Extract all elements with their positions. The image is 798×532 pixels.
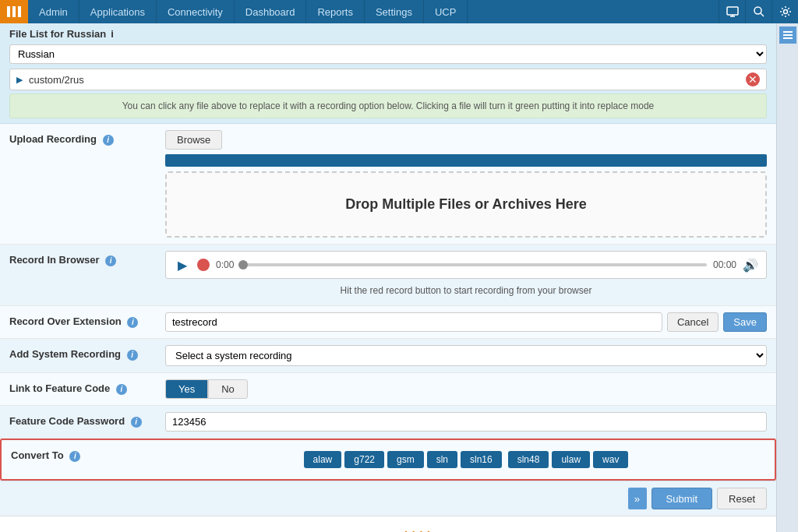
footer-logo: voxlink )))) xyxy=(0,527,776,532)
add-sys-control: Select a system recording xyxy=(165,345,767,366)
upload-recording-label: Upload Recording i xyxy=(9,130,165,146)
right-sidebar xyxy=(776,23,798,532)
codec-alaw[interactable]: alaw xyxy=(304,451,342,468)
codec-ulaw[interactable]: ulaw xyxy=(552,451,590,468)
flame-icon: )))) xyxy=(404,527,435,532)
content-area: File List for Russian i Russian ▶ custom… xyxy=(0,23,776,532)
file-list-help-icon[interactable]: i xyxy=(111,28,114,40)
search-icon-btn[interactable] xyxy=(745,0,772,23)
feature-password-row: Feature Code Password i xyxy=(0,406,776,439)
record-ext-help-icon[interactable]: i xyxy=(127,317,138,328)
upload-help-icon[interactable]: i xyxy=(103,135,114,146)
nav-tab-reports[interactable]: Reports xyxy=(306,0,365,23)
codec-wav[interactable]: wav xyxy=(593,451,628,468)
file-name-label: custom/2rus xyxy=(29,74,746,86)
submit-button[interactable]: Submit xyxy=(651,488,712,509)
record-extension-label: Record Over Extension i xyxy=(9,312,165,328)
add-sys-help-icon[interactable]: i xyxy=(127,350,138,361)
codec-sln48[interactable]: sln48 xyxy=(508,451,549,468)
time-start: 0:00 xyxy=(216,259,234,270)
record-extension-row: Record Over Extension i Cancel Save xyxy=(0,306,776,339)
convert-to-label: Convert To i xyxy=(11,446,167,462)
feature-password-control xyxy=(165,412,767,432)
nav-right-icons xyxy=(719,0,798,23)
codec-g722[interactable]: g722 xyxy=(344,451,384,468)
record-hint: Hit the red record button to start recor… xyxy=(165,282,767,299)
svg-point-8 xyxy=(783,10,787,14)
app-logo xyxy=(0,0,28,23)
bottom-actions: » Submit Reset xyxy=(0,481,776,516)
time-end: 00:00 xyxy=(713,259,736,270)
time-slider: 0:00 xyxy=(216,259,707,270)
feat-pass-help-icon[interactable]: i xyxy=(131,417,142,428)
record-browser-label: Record In Browser i xyxy=(9,251,165,266)
feature-password-input[interactable] xyxy=(165,412,767,432)
remove-file-btn[interactable]: ✕ xyxy=(746,72,760,86)
file-list-title: File List for Russian xyxy=(9,28,106,40)
save-button[interactable]: Save xyxy=(723,312,767,332)
svg-rect-0 xyxy=(7,6,10,17)
record-browser-control: ▶ 0:00 00:00 🔊 Hit the red record button… xyxy=(165,251,767,299)
screen-icon-btn[interactable] xyxy=(719,0,745,23)
link-feature-row: Link to Feature Code i Yes No xyxy=(0,373,776,406)
file-list-header: File List for Russian i xyxy=(9,28,767,40)
record-extension-input[interactable] xyxy=(165,312,662,332)
codec-gsm[interactable]: gsm xyxy=(387,451,424,468)
file-list-section: File List for Russian i Russian ▶ custom… xyxy=(0,23,776,124)
svg-rect-3 xyxy=(727,7,738,15)
volume-icon[interactable]: 🔊 xyxy=(743,258,758,273)
nav-tab-dashboard[interactable]: Dashboard xyxy=(235,0,307,23)
record-browser-help-icon[interactable]: i xyxy=(105,255,116,266)
nav-tab-admin[interactable]: Admin xyxy=(28,0,79,23)
nav-tab-ucp[interactable]: UCP xyxy=(424,0,468,23)
nav-tab-connectivity[interactable]: Connectivity xyxy=(157,0,235,23)
browse-button[interactable]: Browse xyxy=(165,130,222,150)
nav-tab-applications[interactable]: Applications xyxy=(79,0,157,23)
codec-sln16[interactable]: sln16 xyxy=(461,451,502,468)
slider-thumb[interactable] xyxy=(238,260,248,270)
svg-rect-11 xyxy=(783,37,793,39)
feature-password-label: Feature Code Password i xyxy=(9,412,165,428)
nav-tab-settings[interactable]: Settings xyxy=(365,0,424,23)
drop-zone[interactable]: Drop Multiple Files or Archives Here xyxy=(165,171,767,238)
svg-line-7 xyxy=(761,13,764,16)
main-wrapper: File List for Russian i Russian ▶ custom… xyxy=(0,23,798,532)
yes-no-group: Yes No xyxy=(165,379,767,399)
info-box: You can click any file above to replace … xyxy=(9,93,767,118)
add-system-recording-label: Add System Recording i xyxy=(9,345,165,361)
cancel-button[interactable]: Cancel xyxy=(667,312,719,332)
system-recording-select[interactable]: Select a system recording xyxy=(165,345,767,366)
upload-control-area: Browse Drop Multiple Files or Archives H… xyxy=(165,130,767,238)
language-select[interactable]: Russian xyxy=(9,44,767,64)
sidebar-toggle-btn[interactable] xyxy=(779,26,796,44)
link-feature-control: Yes No xyxy=(165,379,767,399)
svg-rect-1 xyxy=(12,6,16,17)
convert-help-icon[interactable]: i xyxy=(69,451,80,462)
codec-sln[interactable]: sln xyxy=(427,451,457,468)
link-feature-label: Link to Feature Code i xyxy=(9,379,165,395)
record-play-btn[interactable]: ▶ xyxy=(174,256,191,273)
lang-select-row: Russian xyxy=(9,44,767,64)
nav-tabs: Admin Applications Connectivity Dashboar… xyxy=(28,0,468,23)
record-extension-control: Cancel Save xyxy=(165,312,767,332)
record-browser-row: Record In Browser i ▶ 0:00 00:00 🔊 xyxy=(0,245,776,306)
play-icon[interactable]: ▶ xyxy=(16,75,23,85)
link-feature-help-icon[interactable]: i xyxy=(116,384,127,395)
yes-button[interactable]: Yes xyxy=(165,379,208,399)
codec-buttons: alaw g722 gsm sln sln16 sln48 ulaw wav xyxy=(167,446,765,473)
arrow-button[interactable]: » xyxy=(628,488,647,509)
convert-to-row: Convert To i alaw g722 gsm sln sln16 sln… xyxy=(0,439,776,481)
svg-rect-2 xyxy=(18,6,21,17)
svg-rect-10 xyxy=(783,34,793,36)
gear-icon-btn[interactable] xyxy=(772,0,798,23)
reset-button[interactable]: Reset xyxy=(717,488,767,509)
top-navigation: Admin Applications Connectivity Dashboar… xyxy=(0,0,798,23)
file-item[interactable]: ▶ custom/2rus ✕ xyxy=(9,69,767,90)
convert-to-control: alaw g722 gsm sln sln16 sln48 ulaw wav xyxy=(167,446,765,473)
record-controls: ▶ 0:00 00:00 🔊 xyxy=(165,251,767,279)
add-system-recording-row: Add System Recording i Select a system r… xyxy=(0,339,776,373)
record-btn[interactable] xyxy=(197,259,210,271)
slider-track[interactable] xyxy=(238,263,707,266)
no-button[interactable]: No xyxy=(208,379,248,399)
svg-point-6 xyxy=(754,7,761,14)
